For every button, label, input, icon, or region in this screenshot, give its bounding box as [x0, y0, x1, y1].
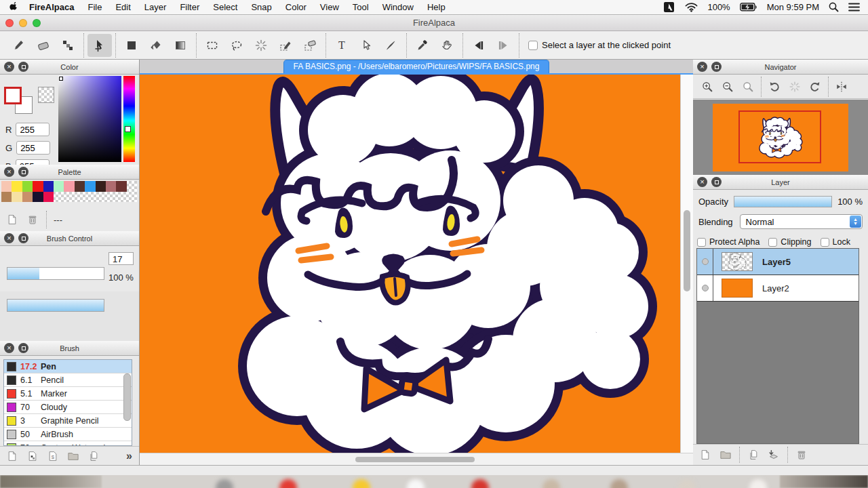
menu-app-name[interactable]: FireAlpaca	[22, 2, 81, 12]
hue-slider[interactable]	[123, 76, 135, 162]
brush-item[interactable]: 70Cloudy	[4, 401, 132, 414]
lock-checkbox[interactable]	[821, 238, 829, 247]
wifi-icon[interactable]	[685, 3, 698, 12]
menu-filter[interactable]: Filter	[173, 2, 206, 12]
select-layer-option[interactable]: Select a layer at the clicked point	[528, 40, 671, 50]
palette-swatch[interactable]	[43, 192, 54, 203]
detach-window-icon[interactable]	[18, 343, 28, 353]
menu-tool[interactable]: Tool	[346, 2, 376, 12]
close-icon[interactable]: ×	[697, 62, 707, 72]
apple-icon[interactable]	[9, 2, 20, 12]
add-layer-folder-button[interactable]	[719, 448, 732, 462]
palette-swatch[interactable]	[22, 181, 33, 192]
close-icon[interactable]: ×	[4, 62, 14, 72]
close-icon[interactable]: ×	[697, 177, 707, 187]
menu-view[interactable]: View	[313, 2, 346, 12]
menu-select[interactable]: Select	[206, 2, 244, 12]
undo-button[interactable]	[467, 34, 491, 57]
menu-color[interactable]: Color	[279, 2, 313, 12]
green-channel-input[interactable]	[16, 141, 50, 155]
red-channel-input[interactable]	[16, 123, 50, 136]
magic-wand-tool-button[interactable]	[249, 34, 273, 57]
palette-swatch[interactable]	[33, 181, 43, 192]
select-pen-tool-button[interactable]	[273, 34, 298, 57]
menu-file[interactable]: File	[81, 2, 108, 12]
layer-row[interactable]: Layer2	[697, 275, 859, 302]
palette-swatch[interactable]	[75, 181, 85, 192]
add-script-brush-button[interactable]: S	[46, 449, 60, 463]
palette-swatch[interactable]	[116, 181, 126, 192]
palette-swatch[interactable]	[85, 181, 95, 192]
detach-window-icon[interactable]	[18, 167, 28, 177]
brush-item[interactable]: 3Graphite Pencil	[4, 414, 132, 428]
rectangle-select-tool-button[interactable]	[200, 34, 224, 57]
delete-palette-color-button[interactable]	[26, 213, 39, 226]
rotate-reset-button[interactable]	[785, 77, 805, 96]
menu-help[interactable]: Help	[420, 2, 452, 12]
blending-dropdown[interactable]: Normal ▲▼	[740, 214, 863, 229]
detach-window-icon[interactable]	[711, 177, 722, 187]
sv-picker-marker[interactable]	[59, 77, 63, 81]
close-icon[interactable]: ×	[4, 167, 14, 177]
brush-item[interactable]: 5.1Marker	[4, 387, 132, 401]
detach-window-icon[interactable]	[18, 62, 28, 72]
foreground-color-swatch[interactable]	[4, 87, 22, 104]
layer-list[interactable]: Layer5 Layer2	[696, 248, 859, 444]
layer-visibility-cell[interactable]	[697, 275, 713, 301]
brush-item[interactable]: 50AirBrush	[4, 428, 132, 441]
canvas-viewport[interactable]	[140, 75, 680, 453]
pen-tool-button[interactable]	[7, 34, 31, 57]
palette-swatch[interactable]	[54, 181, 64, 192]
brush-item[interactable]: 17.2Pen	[4, 360, 132, 373]
gradient-tool-button[interactable]	[168, 34, 193, 57]
dock-app-icon[interactable]	[353, 479, 370, 488]
dock-app-icon[interactable]	[407, 479, 425, 488]
horizontal-scroll-thumb[interactable]	[355, 457, 475, 462]
eraser-tool-button[interactable]	[31, 34, 56, 57]
dock-app-icon[interactable]	[749, 479, 767, 488]
eyedropper-tool-button[interactable]	[410, 34, 435, 57]
brush-square-tool-button[interactable]	[119, 34, 144, 57]
add-bitmap-brush-button[interactable]	[26, 449, 39, 463]
menu-window[interactable]: Window	[376, 2, 420, 12]
canvas-vertical-scrollbar[interactable]	[680, 75, 693, 453]
transparent-color-swatch[interactable]	[38, 87, 54, 103]
spotlight-search-icon[interactable]	[829, 2, 839, 12]
palette-swatch[interactable]	[106, 181, 116, 192]
brush-opacity-slider[interactable]	[7, 299, 104, 312]
macos-dock[interactable]	[0, 475, 868, 488]
more-brushes-chevron[interactable]: »	[126, 450, 132, 462]
select-eraser-tool-button[interactable]	[298, 34, 322, 57]
add-brush-button[interactable]	[5, 449, 19, 463]
dot-tool-button[interactable]	[56, 34, 80, 57]
window-title-bar[interactable]: FireAlpaca	[0, 15, 868, 31]
bucket-tool-button[interactable]	[144, 34, 168, 57]
dock-app-icon[interactable]	[471, 479, 489, 488]
select-layer-checkbox[interactable]	[528, 41, 538, 50]
clipping-checkbox[interactable]	[768, 238, 777, 247]
document-tab[interactable]: FA BASICS.png - /Users/elbaromero/Pictur…	[283, 60, 550, 73]
operation-tool-button[interactable]	[354, 34, 378, 57]
flip-horizontal-button[interactable]	[831, 77, 852, 96]
palette-swatch[interactable]	[12, 192, 22, 203]
layer-visibility-cell[interactable]	[697, 249, 713, 274]
menu-snap[interactable]: Snap	[244, 2, 278, 12]
visibility-dot-icon[interactable]	[702, 285, 709, 291]
notification-center-icon[interactable]	[848, 3, 860, 12]
brush-list[interactable]: 17.2Pen 6.1Pencil 5.1Marker 70Cloudy 3Gr…	[3, 359, 132, 446]
palette-swatch[interactable]	[33, 192, 43, 203]
brush-item[interactable]: 6.1Pencil	[4, 373, 132, 387]
layer-opacity-slider[interactable]	[734, 196, 832, 207]
add-palette-color-button[interactable]	[5, 213, 19, 226]
navigator-preview-area[interactable]	[693, 100, 868, 175]
text-tool-button[interactable]: T	[330, 34, 354, 57]
add-layer-button[interactable]	[698, 448, 712, 462]
saturation-value-picker[interactable]	[58, 76, 121, 162]
lasso-tool-button[interactable]	[224, 34, 249, 57]
rotate-cw-button[interactable]	[805, 77, 825, 96]
close-icon[interactable]: ×	[4, 233, 14, 243]
canvas-horizontal-scrollbar[interactable]	[140, 453, 693, 465]
brush-size-value[interactable]: 17	[108, 252, 134, 265]
rotate-ccw-button[interactable]	[764, 77, 785, 96]
duplicate-layer-button[interactable]	[747, 448, 760, 462]
